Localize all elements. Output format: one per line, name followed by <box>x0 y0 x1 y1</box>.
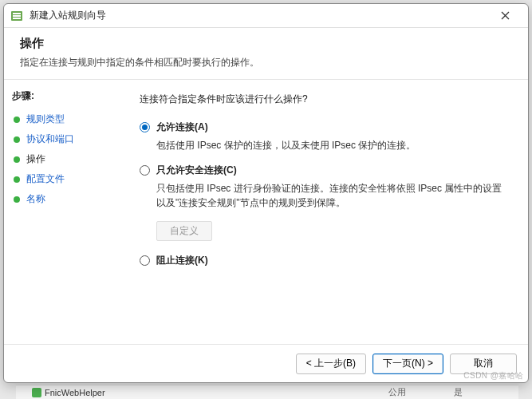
customize-button: 自定义 <box>156 221 212 241</box>
titlebar: 新建入站规则向导 <box>4 4 528 28</box>
bullet-icon <box>14 136 20 143</box>
next-button[interactable]: 下一页(N) > <box>372 354 443 374</box>
question-text: 连接符合指定条件时应该进行什么操作? <box>140 93 509 106</box>
option-allow-label: 允许连接(A) <box>156 120 208 134</box>
wizard-footer: < 上一步(B) 下一页(N) > 取消 <box>4 344 528 382</box>
window-title: 新建入站规则向导 <box>30 9 488 22</box>
firewall-wizard-icon <box>10 10 23 22</box>
svg-rect-2 <box>13 15 21 17</box>
app-icon <box>32 388 41 397</box>
watermark: CSDN @嘉哈哈 <box>463 370 524 381</box>
svg-rect-1 <box>13 13 21 14</box>
bullet-icon <box>14 176 20 183</box>
steps-heading: 步骤: <box>12 89 124 103</box>
page-title: 操作 <box>20 36 512 51</box>
steps-sidebar: 步骤: 规则类型 协议和端口 操作 配置文件 名称 <box>4 80 132 344</box>
step-rule-type[interactable]: 规则类型 <box>12 109 124 129</box>
option-allow-secure-desc: 只包括使用 IPsec 进行身份验证的连接。连接的安全性将依照 IPsec 属性… <box>156 182 509 210</box>
svg-rect-3 <box>13 18 21 19</box>
step-label: 操作 <box>26 152 45 166</box>
step-label: 规则类型 <box>26 113 65 126</box>
step-label: 名称 <box>26 192 45 206</box>
main-panel: 连接符合指定条件时应该进行什么操作? 允许连接(A) 包括使用 IPsec 保护… <box>132 80 528 344</box>
bullet-icon <box>14 117 20 123</box>
step-label: 协议和端口 <box>26 132 74 146</box>
option-allow[interactable]: 允许连接(A) <box>140 120 509 134</box>
option-block[interactable]: 阻止连接(K) <box>140 254 509 267</box>
step-protocol-ports[interactable]: 协议和端口 <box>12 129 124 149</box>
option-allow-desc: 包括使用 IPsec 保护的连接，以及未使用 IPsec 保护的连接。 <box>156 139 509 152</box>
option-allow-secure-label: 只允许安全连接(C) <box>156 164 237 177</box>
back-button[interactable]: < 上一步(B) <box>296 354 366 374</box>
option-block-label: 阻止连接(K) <box>156 254 208 267</box>
bullet-icon <box>14 196 20 203</box>
wizard-header: 操作 指定在连接与规则中指定的条件相匹配时要执行的操作。 <box>4 28 528 80</box>
step-action[interactable]: 操作 <box>12 149 124 169</box>
bullet-icon <box>14 156 20 163</box>
background-app-name: FnicWebHelper <box>45 388 105 397</box>
wizard-window: 新建入站规则向导 操作 指定在连接与规则中指定的条件相匹配时要执行的操作。 步骤… <box>3 3 529 383</box>
radio-allow-secure[interactable] <box>140 165 150 176</box>
bg-col-public: 公用 <box>388 386 406 398</box>
close-icon <box>501 11 510 20</box>
close-button[interactable] <box>488 5 522 27</box>
radio-allow[interactable] <box>140 122 150 132</box>
option-allow-secure[interactable]: 只允许安全连接(C) <box>140 164 509 177</box>
radio-block[interactable] <box>140 255 150 266</box>
bg-col-yes: 是 <box>454 386 463 398</box>
step-name[interactable]: 名称 <box>12 189 124 209</box>
background-app: FnicWebHelper <box>32 388 105 397</box>
wizard-body: 步骤: 规则类型 协议和端口 操作 配置文件 名称 连 <box>4 80 528 344</box>
step-profile[interactable]: 配置文件 <box>12 169 124 189</box>
page-subtitle: 指定在连接与规则中指定的条件相匹配时要执行的操作。 <box>20 56 512 69</box>
step-label: 配置文件 <box>26 172 65 186</box>
